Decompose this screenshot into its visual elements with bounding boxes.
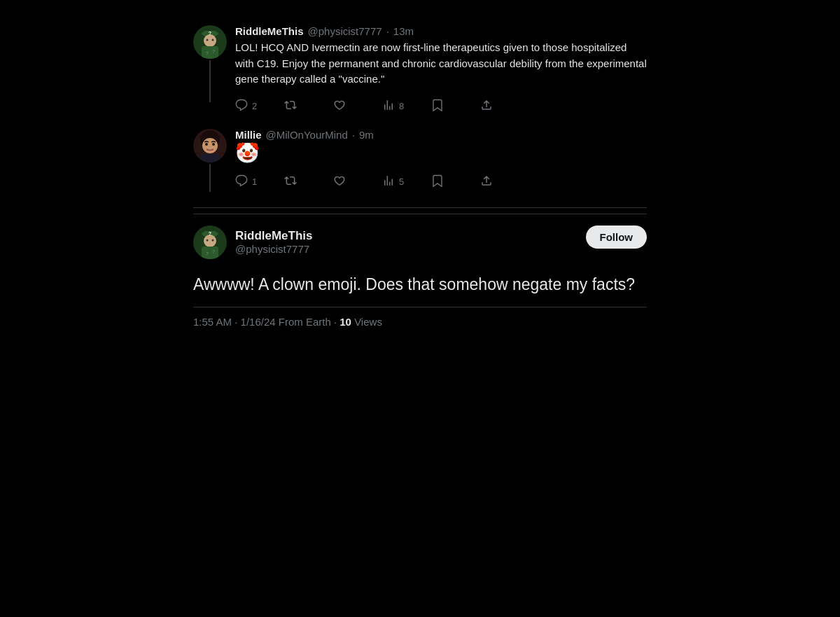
tweet1-username[interactable]: @physicist7777 — [308, 25, 382, 37]
tweet1-share-action[interactable] — [480, 95, 529, 118]
tweet1-left-col: ? ? ? — [193, 25, 227, 123]
svg-text:?: ? — [209, 231, 211, 236]
like-svg-2 — [333, 174, 346, 187]
tweet2-display-name[interactable]: Millie — [235, 129, 262, 141]
featured-display-name[interactable]: RiddleMeThis — [235, 229, 313, 243]
svg-point-20 — [206, 239, 209, 241]
reply-icon — [235, 99, 248, 113]
tweet2-dot: · — [352, 129, 355, 141]
featured-riddler-avatar: ? ? ? — [193, 226, 227, 259]
featured-avatar[interactable]: ? ? ? — [193, 226, 227, 259]
tweet2-username[interactable]: @MilOnYourMind — [266, 129, 348, 141]
featured-tweet-text: Awwww! A clown emoji. Does that somehow … — [193, 273, 647, 296]
svg-text:?: ? — [209, 31, 211, 36]
tweet-row-1: ? ? ? RiddleMeThis @physicist7777 · 13m — [193, 22, 647, 126]
svg-text:?: ? — [212, 49, 215, 54]
svg-rect-23 — [202, 247, 218, 259]
tweet1-content: RiddleMeThis @physicist7777 · 13m LOL! H… — [235, 25, 647, 123]
svg-text:?: ? — [206, 251, 209, 256]
featured-views-count: 10 — [340, 316, 351, 328]
tweet2-views-action[interactable]: 5 — [382, 170, 431, 193]
tweet1-bookmark-action[interactable] — [431, 95, 480, 118]
featured-meta: 1:55 AM · 1/16/24 From Earth · 10 Views — [193, 307, 647, 328]
featured-name-block: RiddleMeThis @physicist7777 — [235, 229, 313, 255]
section-divider — [193, 207, 647, 208]
svg-point-19 — [204, 235, 216, 247]
thread-line-1 — [209, 60, 211, 102]
tweet2-avatar[interactable] — [193, 129, 227, 162]
svg-point-12 — [202, 138, 218, 153]
tweet1-reply-action[interactable]: 2 — [235, 95, 284, 118]
views-svg-2 — [382, 174, 395, 187]
like-svg — [333, 99, 346, 111]
tweet-row-2: Millie @MilOnYourMind · 9m 🤡 1 — [193, 126, 647, 202]
tweet2-timestamp: 9m — [359, 129, 374, 141]
tweet2-header: Millie @MilOnYourMind · 9m — [235, 129, 647, 141]
tweet1-header: RiddleMeThis @physicist7777 · 13m — [235, 25, 647, 37]
featured-tweet: ? ? ? RiddleMeThis @physicist7777 Follow… — [193, 214, 647, 339]
millie-avatar-image — [193, 129, 227, 162]
tweet1-reply-count: 2 — [252, 101, 257, 111]
tweet1-avatar[interactable]: ? ? ? — [193, 25, 227, 59]
svg-point-4 — [206, 39, 209, 41]
bookmark-icon-2 — [431, 174, 444, 189]
svg-point-13 — [205, 143, 208, 146]
like-icon-2 — [333, 174, 346, 189]
reply-svg — [235, 99, 248, 111]
featured-username[interactable]: @physicist7777 — [235, 243, 313, 255]
retweet-svg — [284, 99, 297, 111]
reply-svg-2 — [235, 174, 248, 187]
thread-line-2 — [209, 164, 211, 192]
svg-text:?: ? — [206, 51, 209, 56]
tweet2-left-col — [193, 129, 227, 199]
share-icon — [480, 99, 493, 113]
svg-point-5 — [212, 39, 214, 41]
tweet1-display-name[interactable]: RiddleMeThis — [235, 25, 304, 37]
follow-button[interactable]: Follow — [586, 226, 648, 249]
svg-rect-15 — [200, 154, 220, 162]
tweet-thread: ? ? ? RiddleMeThis @physicist7777 · 13m — [182, 14, 658, 347]
bookmark-svg-2 — [431, 174, 444, 187]
tweet2-bookmark-action[interactable] — [431, 170, 480, 193]
tweet2-content: Millie @MilOnYourMind · 9m 🤡 1 — [235, 129, 647, 199]
views-icon-2 — [382, 174, 395, 189]
views-icon — [382, 99, 395, 113]
featured-header: ? ? ? RiddleMeThis @physicist7777 Follow — [193, 226, 647, 259]
svg-text:?: ? — [212, 249, 215, 254]
share-icon-2 — [480, 174, 493, 189]
retweet-icon-2 — [284, 174, 297, 189]
tweet2-share-action[interactable] — [480, 170, 529, 193]
tweet1-like-action[interactable] — [333, 95, 382, 118]
svg-point-3 — [204, 34, 216, 47]
tweet2-views-count: 5 — [399, 176, 404, 187]
tweet1-views-count: 8 — [399, 101, 404, 111]
tweet1-text: LOL! HCQ AND Ivermectin are now first-li… — [235, 40, 647, 88]
tweet2-reply-action[interactable]: 1 — [235, 170, 284, 193]
reply-icon-2 — [235, 174, 248, 189]
svg-point-14 — [212, 143, 215, 146]
like-icon — [333, 99, 346, 113]
retweet-icon — [284, 99, 297, 113]
clown-emoji: 🤡 — [235, 144, 647, 163]
svg-point-21 — [212, 239, 214, 241]
share-svg — [480, 99, 493, 111]
views-svg — [382, 99, 395, 111]
featured-user-info: ? ? ? RiddleMeThis @physicist7777 — [193, 226, 313, 259]
svg-rect-7 — [202, 46, 218, 59]
share-svg-2 — [480, 174, 493, 187]
tweet1-timestamp: 13m — [393, 25, 414, 37]
tweet1-views-action[interactable]: 8 — [382, 95, 431, 118]
tweet1-retweet-action[interactable] — [284, 95, 333, 118]
bookmark-svg — [431, 99, 444, 111]
tweet2-like-action[interactable] — [333, 170, 382, 193]
tweet2-text: 🤡 — [235, 144, 647, 163]
tweet1-actions: 2 — [235, 95, 647, 118]
featured-views-label: Views — [354, 316, 382, 328]
featured-meta-text: 1:55 AM · 1/16/24 From Earth · — [193, 316, 340, 328]
tweet2-reply-count: 1 — [252, 176, 257, 187]
tweet2-retweet-action[interactable] — [284, 170, 333, 193]
retweet-svg-2 — [284, 174, 297, 187]
tweet1-dot: · — [386, 25, 389, 37]
tweet2-actions: 1 — [235, 170, 647, 193]
page-container: ? ? ? RiddleMeThis @physicist7777 · 13m — [0, 0, 840, 617]
